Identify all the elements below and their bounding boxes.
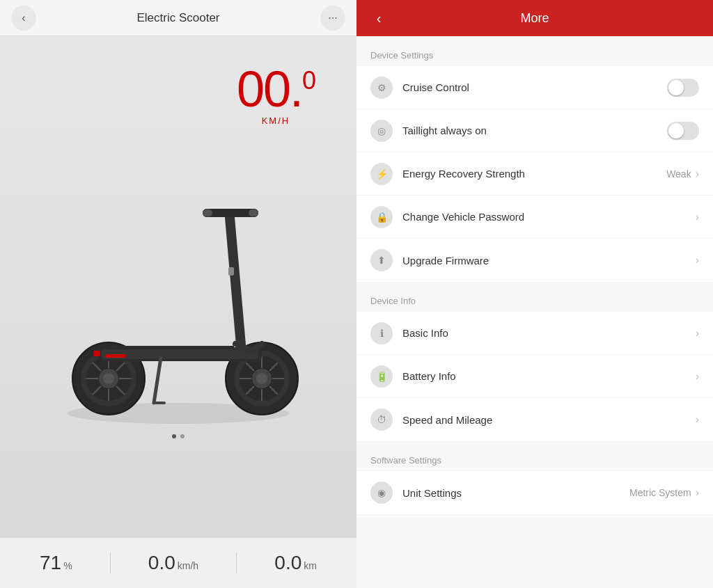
basic-info-icon: ℹ	[370, 322, 393, 344]
page-dots	[172, 434, 185, 438]
more-button[interactable]: ···	[320, 6, 345, 31]
taillight-knob	[668, 123, 684, 138]
page-dot-2	[180, 434, 185, 438]
cruise-control-knob	[668, 80, 684, 95]
change-password-icon: 🔒	[370, 206, 393, 228]
unit-settings-chevron: ›	[696, 486, 699, 499]
svg-rect-30	[224, 212, 246, 351]
svg-rect-28	[102, 349, 258, 359]
settings-group-info: ℹ Basic Info › 🔋 Battery Info › ⏱ Speed …	[356, 312, 713, 441]
scooter-image	[32, 142, 324, 434]
svg-rect-35	[249, 210, 258, 216]
change-password-chevron: ›	[696, 211, 699, 223]
settings-group-software: ◉ Unit Settings Metric System ›	[356, 471, 713, 514]
more-icon: ···	[328, 12, 337, 24]
energy-recovery-value: Weak	[666, 168, 691, 180]
unit-settings-label: Unit Settings	[402, 487, 629, 499]
energy-recovery-label: Energy Recovery Strength	[402, 168, 666, 180]
svg-line-36	[154, 358, 161, 403]
left-footer: 71 % 0.0 km/h 0.0 km	[0, 537, 356, 588]
basic-info-chevron: ›	[696, 327, 699, 340]
svg-rect-29	[105, 354, 126, 358]
scooter-display: 00.0 KM/H	[0, 36, 356, 537]
speed-stat: 0.0 km/h	[148, 552, 198, 574]
change-password-item[interactable]: 🔒 Change Vehicle Password ›	[356, 196, 713, 239]
upgrade-firmware-item[interactable]: ⬆ Upgrade Firmware ›	[356, 239, 713, 282]
unit-settings-icon: ◉	[370, 482, 393, 504]
right-header: ‹ More	[356, 0, 713, 36]
speed-unit: KM/H	[237, 116, 315, 126]
upgrade-firmware-icon: ⬆	[370, 249, 393, 271]
taillight-label: Taillight always on	[402, 125, 667, 136]
mileage-stat-value: 0.0 km	[274, 552, 317, 574]
section-label-device-info: Device Info	[356, 282, 713, 312]
speed-mileage-label: Speed and Mileage	[402, 414, 696, 426]
left-header: ‹ Electric Scooter ···	[0, 0, 356, 36]
page-title: Electric Scooter	[136, 11, 219, 25]
taillight-toggle[interactable]	[667, 122, 699, 140]
section-label-software-settings: Software Settings	[356, 441, 713, 471]
speed-value: 00.0	[237, 64, 315, 114]
change-password-label: Change Vehicle Password	[402, 211, 696, 223]
svg-rect-34	[203, 210, 212, 216]
cruise-control-icon: ⚙	[370, 77, 393, 99]
back-icon: ‹	[22, 12, 25, 24]
speed-mileage-chevron: ›	[696, 413, 699, 426]
unit-settings-value: Metric System	[629, 487, 691, 498]
right-back-button[interactable]: ‹	[368, 7, 390, 29]
battery-stat: 71 %	[40, 552, 72, 574]
basic-info-label: Basic Info	[402, 327, 696, 339]
battery-info-label: Battery Info	[402, 370, 696, 382]
cruise-control-item[interactable]: ⚙ Cruise Control	[356, 66, 713, 109]
left-panel: ‹ Electric Scooter ··· 00.0 KM/H	[0, 0, 356, 588]
right-back-icon: ‹	[377, 10, 382, 26]
battery-value: 71 %	[40, 552, 72, 574]
right-panel: ‹ More Device Settings ⚙ Cruise Control …	[356, 0, 713, 588]
svg-point-18	[256, 373, 267, 384]
battery-info-chevron: ›	[696, 370, 699, 383]
cruise-control-label: Cruise Control	[402, 81, 667, 93]
battery-info-icon: 🔋	[370, 365, 393, 388]
svg-rect-39	[228, 267, 234, 276]
energy-recovery-icon: ⚡	[370, 163, 393, 185]
basic-info-item[interactable]: ℹ Basic Info ›	[356, 312, 713, 355]
settings-group-device: ⚙ Cruise Control ◎ Taillight always on ⚡…	[356, 66, 713, 282]
energy-recovery-chevron: ›	[696, 168, 699, 180]
speed-display: 00.0 KM/H	[237, 64, 315, 126]
upgrade-firmware-label: Upgrade Firmware	[402, 255, 696, 267]
unit-settings-item[interactable]: ◉ Unit Settings Metric System ›	[356, 471, 713, 514]
speed-mileage-item[interactable]: ⏱ Speed and Mileage ›	[356, 398, 713, 441]
stat-divider-2	[236, 553, 237, 573]
cruise-control-toggle[interactable]	[667, 79, 699, 97]
battery-info-item[interactable]: 🔋 Battery Info ›	[356, 355, 713, 398]
mileage-stat: 0.0 km	[274, 552, 317, 574]
energy-recovery-item[interactable]: ⚡ Energy Recovery Strength Weak ›	[356, 152, 713, 196]
back-button[interactable]: ‹	[11, 6, 36, 31]
svg-rect-38	[93, 351, 100, 356]
taillight-item[interactable]: ◎ Taillight always on	[356, 109, 713, 152]
section-label-device-settings: Device Settings	[356, 36, 713, 66]
speed-stat-value: 0.0 km/h	[148, 552, 198, 574]
svg-point-5	[103, 373, 114, 384]
speed-mileage-icon: ⏱	[370, 408, 393, 431]
right-title: More	[390, 11, 680, 26]
upgrade-firmware-chevron: ›	[696, 254, 699, 267]
stat-divider-1	[110, 553, 111, 573]
page-dot-1	[172, 434, 176, 438]
taillight-icon: ◎	[370, 120, 393, 142]
